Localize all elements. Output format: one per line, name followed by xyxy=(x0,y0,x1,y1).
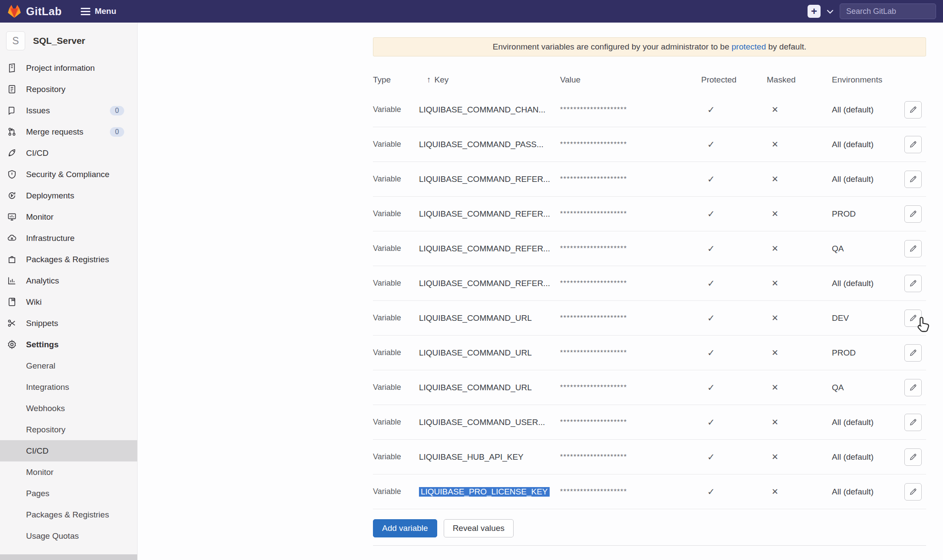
sidebar-subitem-integrations[interactable]: Integrations xyxy=(0,376,137,398)
sidebar: S SQL_Server Project information Reposit… xyxy=(0,23,138,560)
edit-variable-button[interactable] xyxy=(904,448,922,466)
protected-link[interactable]: protected xyxy=(732,42,766,51)
protected-check-icon: ✓ xyxy=(701,452,767,462)
edit-variable-button[interactable] xyxy=(904,136,922,153)
project-name: SQL_Server xyxy=(33,36,85,46)
variable-type: Variable xyxy=(373,175,419,184)
variable-environments: All (default) xyxy=(832,279,904,288)
menu-button[interactable]: Menu xyxy=(81,7,116,16)
variable-environments: PROD xyxy=(832,209,904,219)
sidebar-item-repository[interactable]: Repository xyxy=(0,79,137,100)
search-input[interactable] xyxy=(840,3,936,19)
sidebar-subitem-repository[interactable]: Repository xyxy=(0,419,137,440)
variable-environments: All (default) xyxy=(832,452,904,462)
sidebar-item-wiki[interactable]: Wiki xyxy=(0,291,137,313)
edit-variable-button[interactable] xyxy=(904,483,922,501)
variable-masked-value: ******************** xyxy=(560,349,701,357)
sidebar-subitem-pages[interactable]: Pages xyxy=(0,483,137,504)
variable-masked-value: ******************** xyxy=(560,175,701,183)
top-navbar: GitLab Menu + xyxy=(0,0,943,23)
sidebar-item-security-compliance[interactable]: Security & Compliance xyxy=(0,164,137,185)
variable-row: Variable LIQUIBASE_COMMAND_REFER... ****… xyxy=(373,266,926,301)
cicd-variables-section: Environment variables are configured by … xyxy=(373,23,926,546)
edit-variable-button[interactable] xyxy=(904,240,922,257)
masked-x-icon: ✕ xyxy=(767,417,832,427)
sidebar-item-project-information[interactable]: Project information xyxy=(0,57,137,79)
variable-row: Variable LIQUIBASE_COMMAND_URL *********… xyxy=(373,301,926,336)
add-variable-button[interactable]: Add variable xyxy=(373,519,437,537)
variable-key: LIQUIBASE_COMMAND_REFER... xyxy=(419,209,560,219)
masked-x-icon: ✕ xyxy=(767,452,832,462)
edit-variable-button[interactable] xyxy=(904,171,922,188)
sidebar-item-infrastructure[interactable]: Infrastructure xyxy=(0,227,137,249)
variable-type: Variable xyxy=(373,313,419,323)
chart-icon xyxy=(6,275,17,287)
new-item-button[interactable]: + xyxy=(808,5,821,18)
column-header-masked: Masked xyxy=(767,75,832,85)
sidebar-nav: Project information Repository Issues 0 … xyxy=(0,57,137,547)
variable-type: Variable xyxy=(373,209,419,218)
edit-variable-button[interactable] xyxy=(904,344,922,362)
masked-x-icon: ✕ xyxy=(767,244,832,254)
sidebar-item-issues[interactable]: Issues 0 xyxy=(0,100,137,121)
sidebar-item-ci-cd[interactable]: CI/CD xyxy=(0,142,137,164)
edit-variable-button[interactable] xyxy=(904,414,922,431)
reveal-values-button[interactable]: Reveal values xyxy=(444,519,514,537)
column-header-value: Value xyxy=(560,75,701,85)
variable-masked-value: ******************** xyxy=(560,280,701,287)
variable-row: Variable LIQUIBASE_COMMAND_USER... *****… xyxy=(373,405,926,440)
repository-icon xyxy=(6,84,17,95)
edit-variable-button[interactable] xyxy=(904,101,922,119)
sidebar-item-packages-registries[interactable]: Packages & Registries xyxy=(0,249,137,270)
section-divider xyxy=(373,545,926,546)
sidebar-item-analytics[interactable]: Analytics xyxy=(0,270,137,291)
sidebar-subitem-monitor[interactable]: Monitor xyxy=(0,461,137,483)
variables-table-header: Type ↑Key Value Protected Masked Environ… xyxy=(373,56,926,92)
variable-environments: DEV xyxy=(832,313,904,323)
sidebar-subitem-usage-quotas[interactable]: Usage Quotas xyxy=(0,525,137,547)
chevron-down-icon[interactable] xyxy=(827,8,834,15)
pencil-icon xyxy=(909,105,918,114)
column-header-protected: Protected xyxy=(701,75,767,85)
pencil-icon xyxy=(909,487,918,496)
sidebar-subitem-packages-registries[interactable]: Packages & Registries xyxy=(0,504,137,525)
pencil-icon xyxy=(909,452,918,461)
rocket-icon xyxy=(6,148,17,159)
variable-masked-value: ******************** xyxy=(560,488,701,496)
masked-x-icon: ✕ xyxy=(767,139,832,149)
protected-check-icon: ✓ xyxy=(701,105,767,115)
sidebar-subitem-general[interactable]: General xyxy=(0,355,137,376)
edit-variable-button[interactable] xyxy=(904,310,922,327)
variable-row: Variable LIQUIBASE_COMMAND_URL *********… xyxy=(373,336,926,370)
main-area: Environment variables are configured by … xyxy=(138,23,943,560)
sidebar-item-merge-requests[interactable]: Merge requests 0 xyxy=(0,121,137,142)
sidebar-subitem-ci-cd[interactable]: CI/CD xyxy=(0,440,137,461)
edit-variable-button[interactable] xyxy=(904,379,922,396)
sidebar-item-settings[interactable]: Settings xyxy=(0,334,137,355)
variable-type: Variable xyxy=(373,140,419,149)
variable-row: Variable LIQUIBASE_PRO_LICENSE_KEY *****… xyxy=(373,474,926,509)
column-header-key[interactable]: ↑Key xyxy=(419,75,560,85)
variable-type: Variable xyxy=(373,487,419,496)
banner-text-before: Environment variables are configured by … xyxy=(493,42,732,51)
variable-masked-value: ******************** xyxy=(560,453,701,461)
variable-environments: All (default) xyxy=(832,105,904,115)
gear-icon xyxy=(6,339,17,350)
count-badge: 0 xyxy=(110,127,124,137)
edit-variable-button[interactable] xyxy=(904,205,922,223)
sidebar-item-deployments[interactable]: Deployments xyxy=(0,185,137,206)
sidebar-item-monitor[interactable]: Monitor xyxy=(0,206,137,227)
variable-row: Variable LIQUIBASE_COMMAND_PASS... *****… xyxy=(373,127,926,162)
sidebar-subitem-webhooks[interactable]: Webhooks xyxy=(0,398,137,419)
project-header[interactable]: S SQL_Server xyxy=(0,23,137,57)
edit-variable-button[interactable] xyxy=(904,275,922,292)
variable-row: Variable LIQUIBASE_COMMAND_REFER... ****… xyxy=(373,197,926,231)
masked-x-icon: ✕ xyxy=(767,487,832,497)
variable-key: LIQUIBASE_COMMAND_REFER... xyxy=(419,175,560,184)
gitlab-home-link[interactable]: GitLab xyxy=(7,4,62,18)
column-header-environments: Environments xyxy=(832,75,904,85)
gitlab-app: GitLab Menu + S SQL_Server Project infor… xyxy=(0,0,943,560)
sidebar-item-snippets[interactable]: Snippets xyxy=(0,313,137,334)
variable-type: Variable xyxy=(373,348,419,357)
variable-row: Variable LIQUIBASE_COMMAND_REFER... ****… xyxy=(373,162,926,197)
